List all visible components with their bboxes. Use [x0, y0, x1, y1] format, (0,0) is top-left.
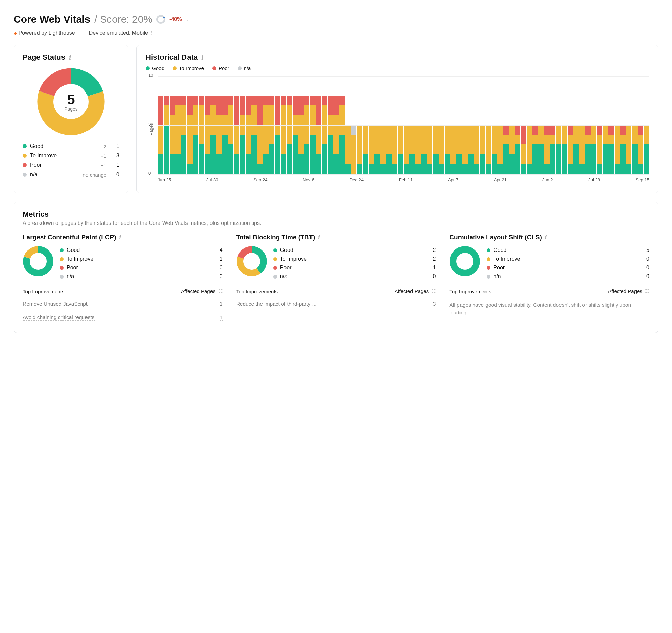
legend-item-na[interactable]: n/a — [238, 65, 251, 71]
bar[interactable] — [503, 76, 508, 174]
bar[interactable] — [450, 76, 456, 174]
bar[interactable] — [205, 76, 210, 174]
improvement-row[interactable]: Reduce the impact of third-party ... 3 — [236, 298, 436, 311]
legend-row-poor[interactable]: Poor +1 1 — [23, 160, 119, 170]
bar[interactable] — [386, 76, 391, 174]
bar[interactable] — [538, 76, 544, 174]
bar[interactable] — [415, 76, 421, 174]
bar[interactable] — [638, 76, 643, 174]
bar[interactable] — [222, 76, 228, 174]
bar[interactable] — [211, 76, 216, 174]
legend-item-improve[interactable]: To Improve — [173, 65, 204, 71]
sort-icon[interactable]: ☷ — [218, 288, 223, 294]
bar[interactable] — [462, 76, 467, 174]
bar[interactable] — [175, 76, 181, 174]
bar[interactable] — [556, 76, 561, 174]
bar[interactable] — [591, 76, 596, 174]
bar[interactable] — [158, 76, 163, 174]
improvement-row[interactable]: Remove Unused JavaScript 1 — [23, 298, 223, 311]
bar[interactable] — [398, 76, 403, 174]
bar[interactable] — [615, 76, 620, 174]
bar[interactable] — [216, 76, 222, 174]
improvement-pages[interactable]: 1 — [220, 301, 223, 307]
bar[interactable] — [357, 76, 362, 174]
bar[interactable] — [527, 76, 532, 174]
bar[interactable] — [404, 76, 409, 174]
bar[interactable] — [568, 76, 573, 174]
bar[interactable] — [293, 76, 298, 174]
bar[interactable] — [287, 76, 292, 174]
bar[interactable] — [275, 76, 281, 174]
legend-row-good[interactable]: Good 4 — [60, 246, 223, 255]
legend-row-good[interactable]: Good 5 — [486, 246, 649, 255]
improvement-name[interactable]: Avoid chaining critical requests — [23, 314, 95, 321]
sort-icon[interactable]: ☷ — [645, 288, 649, 294]
bar[interactable] — [334, 76, 339, 174]
bar[interactable] — [187, 76, 193, 174]
improvement-row[interactable]: Avoid chaining critical requests 1 — [23, 311, 223, 324]
bar[interactable] — [456, 76, 462, 174]
bar[interactable] — [427, 76, 432, 174]
info-icon[interactable]: i — [200, 53, 205, 62]
bar[interactable] — [170, 76, 175, 174]
legend-item-good[interactable]: Good — [146, 65, 165, 71]
improvement-pages[interactable]: 1 — [220, 314, 223, 321]
bar[interactable] — [263, 76, 269, 174]
bar[interactable] — [164, 76, 169, 174]
bar[interactable] — [234, 76, 239, 174]
legend-row-na[interactable]: n/a 0 — [486, 272, 649, 281]
legend-row-improve[interactable]: To Improve 2 — [273, 255, 436, 263]
bar[interactable] — [579, 76, 585, 174]
bar[interactable] — [281, 76, 286, 174]
bar[interactable] — [351, 76, 356, 174]
col-affected-pages[interactable]: Affected Pages ☷ — [181, 288, 223, 295]
bar[interactable] — [573, 76, 579, 174]
bar[interactable] — [304, 76, 310, 174]
legend-row-good[interactable]: Good -2 1 — [23, 142, 119, 151]
bar[interactable] — [620, 76, 626, 174]
bar[interactable] — [585, 76, 591, 174]
info-icon[interactable]: i — [544, 234, 548, 241]
col-improvements[interactable]: Top Improvements — [236, 289, 278, 295]
bar[interactable] — [251, 76, 257, 174]
bar[interactable] — [468, 76, 473, 174]
improvement-pages[interactable]: 3 — [433, 301, 436, 307]
bar[interactable] — [608, 76, 614, 174]
col-improvements[interactable]: Top Improvements — [449, 289, 491, 295]
bar[interactable] — [316, 76, 321, 174]
bar[interactable] — [181, 76, 187, 174]
bar[interactable] — [644, 76, 649, 174]
bar[interactable] — [562, 76, 567, 174]
bar[interactable] — [491, 76, 497, 174]
bar[interactable] — [380, 76, 385, 174]
improvement-name[interactable]: Remove Unused JavaScript — [23, 301, 88, 307]
legend-row-improve[interactable]: To Improve 0 — [486, 255, 649, 263]
bar[interactable] — [193, 76, 198, 174]
legend-row-na[interactable]: n/a 0 — [60, 272, 223, 281]
bar[interactable] — [310, 76, 316, 174]
legend-row-improve[interactable]: To Improve +1 3 — [23, 151, 119, 160]
legend-row-good[interactable]: Good 2 — [273, 246, 436, 255]
legend-row-na[interactable]: n/a 0 — [273, 272, 436, 281]
bar[interactable] — [515, 76, 520, 174]
bar[interactable] — [339, 76, 344, 174]
info-icon[interactable]: i — [149, 30, 153, 36]
bar[interactable] — [632, 76, 638, 174]
legend-row-poor[interactable]: Poor 0 — [486, 263, 649, 272]
bar[interactable] — [509, 76, 514, 174]
legend-row-poor[interactable]: Poor 1 — [273, 263, 436, 272]
bar[interactable] — [521, 76, 526, 174]
improvement-name[interactable]: Reduce the impact of third-party ... — [236, 301, 317, 307]
bar[interactable] — [258, 76, 263, 174]
legend-item-poor[interactable]: Poor — [212, 65, 230, 71]
bar[interactable] — [433, 76, 438, 174]
bar[interactable] — [445, 76, 450, 174]
bar[interactable] — [345, 76, 351, 174]
bar[interactable] — [322, 76, 327, 174]
col-affected-pages[interactable]: Affected Pages ☷ — [608, 288, 649, 295]
bar[interactable] — [228, 76, 234, 174]
bar[interactable] — [439, 76, 444, 174]
bar[interactable] — [409, 76, 415, 174]
bar[interactable] — [532, 76, 538, 174]
bar[interactable] — [298, 76, 304, 174]
